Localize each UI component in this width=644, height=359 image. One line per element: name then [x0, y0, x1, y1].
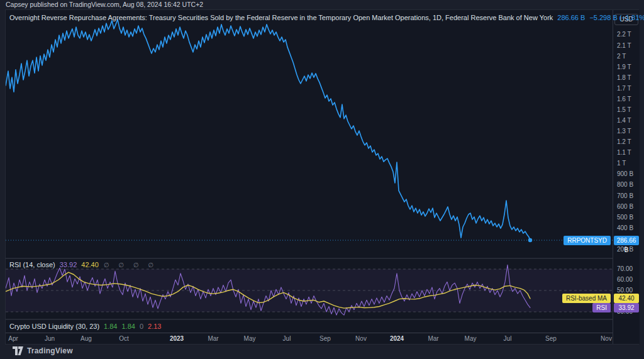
- price-tick: 1.4 T: [617, 117, 631, 124]
- price-tick: 700 B: [617, 192, 633, 200]
- price-tick: 1.9 T: [617, 64, 631, 71]
- time-tick: Mar: [208, 335, 218, 342]
- price-tick: 1.6 T: [617, 96, 631, 103]
- price-tick: 900 B: [617, 170, 633, 178]
- time-tick: Sep: [545, 335, 557, 342]
- price-scale[interactable]: USD 286.66 B 42.40 33.92 2.2 T2.1 T2 T1.…: [613, 10, 640, 344]
- price-tick: 600 B: [617, 203, 633, 211]
- liquidity-title: Crypto USD Liquidity (30, 23): [9, 323, 99, 330]
- watermark-brand: TradingView: [27, 346, 73, 355]
- liquidity-value: 1.84: [121, 323, 135, 330]
- time-tick: Jul: [283, 335, 291, 342]
- liquidity-value: 1.84: [104, 323, 117, 330]
- liquidity-value: 2.13: [148, 323, 161, 330]
- rsi-legend[interactable]: RSI (14, close)33.9242.40∅ ∅ ∅ ∅: [9, 261, 157, 268]
- rsi-ma-tag: RSI-based MA: [562, 294, 611, 303]
- main-change-value: −5.298 B (−1.81%): [589, 14, 644, 21]
- time-tick: Aug: [80, 335, 92, 342]
- time-tick: May: [465, 335, 477, 342]
- time-tick: May: [244, 335, 256, 342]
- main-series-legend[interactable]: Overnight Reverse Repurchase Agreements:…: [9, 14, 607, 21]
- price-tick: 2.2 T: [617, 31, 631, 38]
- liquidity-value: 0: [140, 323, 143, 330]
- chart-canvas[interactable]: [6, 10, 613, 333]
- time-tick: Jul: [504, 335, 512, 342]
- rsi-tag: RSI: [592, 303, 611, 312]
- last-price-axis-tag: 286.66 B: [614, 236, 639, 245]
- main-last-value: 286.66 B: [557, 14, 585, 21]
- price-tick: 1.3 T: [617, 128, 631, 135]
- time-tick: Nov: [601, 335, 612, 342]
- price-tick: 1.8 T: [617, 74, 631, 82]
- time-tick: 2024: [390, 335, 404, 342]
- time-tick: 2023: [170, 335, 184, 342]
- price-tick: 500 B: [617, 214, 633, 221]
- rsi-ma-axis-tag: 42.40: [614, 294, 639, 303]
- tradingview-logo-icon: [13, 346, 23, 355]
- rsi-tick: 60.00: [617, 276, 633, 284]
- time-tick: Mar: [428, 335, 438, 342]
- time-tick: Nov: [355, 335, 367, 342]
- watermark[interactable]: TradingView: [13, 346, 73, 355]
- symbol-price-tag: RRPONTSYD: [564, 236, 611, 245]
- liquidity-values: 1.841.8402.13: [99, 323, 161, 330]
- liquidity-legend[interactable]: Crypto USD Liquidity (30, 23)1.841.8402.…: [9, 323, 161, 330]
- price-tick: 1.1 T: [617, 149, 631, 157]
- published-bar: Capsey published on TradingView.com, Aug…: [6, 1, 203, 8]
- price-tick: 1.2 T: [617, 138, 631, 146]
- price-tick: 1.7 T: [617, 85, 631, 92]
- rsi-empty-markers: ∅ ∅ ∅ ∅: [104, 262, 157, 268]
- price-tick: 800 B: [617, 181, 633, 189]
- rsi-ma-value: 42.40: [81, 261, 99, 268]
- time-tick: Apr: [8, 335, 18, 342]
- price-tick: 1.5 T: [617, 106, 631, 114]
- time-tick: Jun: [45, 335, 55, 342]
- rsi-legend-title: RSI (14, close): [9, 261, 55, 268]
- price-tick: 1 T: [617, 160, 626, 167]
- rsi-tick: 70.00: [617, 265, 633, 273]
- time-tick: Sep: [319, 335, 331, 342]
- price-tick: 2.1 T: [617, 42, 631, 50]
- rsi-axis-tag: 33.92: [614, 303, 639, 312]
- price-tick: 2 T: [617, 53, 626, 60]
- chart-container: Overnight Reverse Repurchase Agreements:…: [5, 9, 639, 345]
- main-series-title: Overnight Reverse Repurchase Agreements:…: [9, 14, 553, 21]
- time-tick: Oct: [119, 335, 129, 342]
- rsi-value: 33.92: [60, 261, 77, 268]
- price-tick: 400 B: [617, 224, 633, 232]
- rsi-tick: 50.00: [617, 287, 633, 294]
